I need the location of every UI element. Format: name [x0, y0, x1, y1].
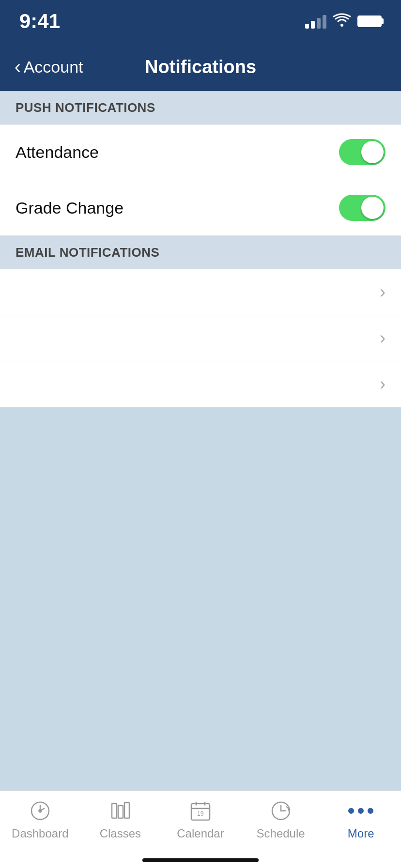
home-indicator [142, 858, 259, 862]
tab-more-label: More [348, 827, 374, 840]
chevron-icon-2: › [380, 328, 386, 348]
page-title: Notifications [145, 57, 256, 78]
email-row-3[interactable]: › [0, 361, 401, 407]
battery-icon [357, 16, 382, 27]
main-content: PUSH NOTIFICATIONS Attendance Grade Chan… [0, 91, 401, 790]
svg-rect-4 [124, 803, 129, 818]
email-notifications-list: › › › [0, 269, 401, 407]
email-notifications-label: EMAIL NOTIFICATIONS [15, 245, 159, 260]
push-notifications-label: PUSH NOTIFICATIONS [15, 100, 155, 115]
schedule-icon [269, 799, 293, 823]
tab-dashboard[interactable]: Dashboard [1, 799, 79, 840]
wifi-icon [333, 13, 351, 30]
svg-point-1 [39, 810, 41, 812]
calendar-icon: 19 [188, 799, 213, 823]
nav-header: ‹ Account Notifications [0, 43, 401, 91]
grade-change-label: Grade Change [15, 199, 123, 217]
dashboard-icon [28, 799, 52, 823]
email-row-2[interactable]: › [0, 315, 401, 361]
status-time: 9:41 [19, 10, 60, 33]
more-icon [348, 799, 373, 823]
svg-rect-3 [118, 806, 123, 818]
tab-more[interactable]: More [322, 799, 400, 840]
classes-icon [108, 799, 132, 823]
grade-change-toggle-knob [361, 197, 384, 219]
status-icons [305, 13, 382, 30]
svg-text:19: 19 [197, 810, 204, 817]
back-chevron-icon: ‹ [15, 58, 21, 76]
attendance-row: Attendance [0, 124, 401, 180]
tab-calendar[interactable]: 19 Calendar [162, 799, 239, 840]
push-notifications-list: Attendance Grade Change [0, 124, 401, 236]
email-row-1[interactable]: › [0, 269, 401, 315]
tab-bar: Dashboard Classes 19 Calendar Schedule [0, 790, 401, 868]
attendance-toggle-knob [361, 141, 384, 163]
chevron-icon-1: › [380, 282, 386, 302]
attendance-toggle[interactable] [339, 139, 386, 165]
tab-dashboard-label: Dashboard [12, 827, 68, 840]
grade-change-toggle[interactable] [339, 195, 386, 221]
tab-classes-label: Classes [100, 827, 141, 840]
tab-schedule[interactable]: Schedule [242, 799, 320, 840]
status-bar: 9:41 [0, 0, 401, 43]
tab-calendar-label: Calendar [177, 827, 224, 840]
back-button[interactable]: ‹ Account [15, 58, 83, 77]
tab-classes[interactable]: Classes [81, 799, 159, 840]
push-notifications-section-header: PUSH NOTIFICATIONS [0, 91, 401, 124]
svg-rect-2 [112, 804, 117, 818]
email-notifications-section-header: EMAIL NOTIFICATIONS [0, 236, 401, 269]
background-fill [0, 407, 401, 795]
attendance-label: Attendance [15, 143, 99, 162]
signal-icon [305, 14, 326, 29]
tab-schedule-label: Schedule [257, 827, 305, 840]
back-label: Account [24, 58, 83, 77]
chevron-icon-3: › [380, 374, 386, 394]
grade-change-row: Grade Change [0, 180, 401, 236]
